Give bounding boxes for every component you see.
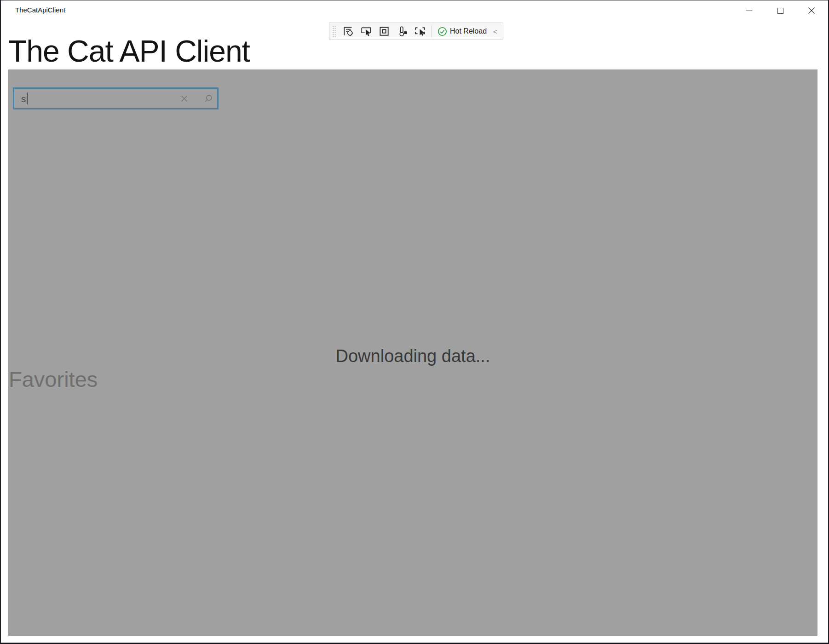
- minimize-button[interactable]: [733, 0, 765, 21]
- scan-selection-icon: [414, 25, 426, 37]
- layout-adorners-icon: [378, 25, 390, 37]
- window-controls: [733, 0, 827, 21]
- track-focused-element-button[interactable]: [396, 25, 408, 38]
- maximize-button[interactable]: [765, 0, 796, 21]
- search-submit-button[interactable]: [200, 89, 216, 108]
- magnifier-icon: [204, 94, 213, 103]
- hot-reload-label: Hot Reload: [450, 27, 487, 35]
- select-element-icon: [360, 25, 372, 37]
- toolbar-collapse-button[interactable]: <: [492, 28, 498, 35]
- status-text: Downloading data...: [8, 346, 817, 366]
- scan-selection-button[interactable]: [414, 25, 426, 38]
- hot-reload-button[interactable]: Hot Reload: [438, 27, 487, 36]
- minimize-icon: [746, 7, 753, 14]
- hot-reload-check-icon: [438, 27, 447, 36]
- toolbar-separator: [432, 25, 432, 37]
- track-focused-element-icon: [396, 25, 408, 37]
- x-icon: [180, 95, 188, 103]
- favorites-heading: Favorites: [9, 368, 98, 391]
- app-window: TheCatApiClient: [0, 0, 829, 644]
- search-input[interactable]: s: [13, 87, 219, 109]
- close-icon: [808, 7, 815, 14]
- live-visual-tree-icon: [342, 25, 354, 37]
- toolbar-drag-grip-icon[interactable]: [332, 25, 336, 38]
- search-clear-button[interactable]: [176, 89, 192, 108]
- maximize-icon: [777, 7, 784, 14]
- close-button[interactable]: [796, 0, 827, 21]
- debug-toolbar: Hot Reload <: [329, 23, 503, 40]
- search-input-value: s: [21, 94, 26, 104]
- page-title: The Cat API Client: [8, 35, 250, 67]
- go-to-live-visual-tree-button[interactable]: [342, 25, 354, 38]
- text-caret: [27, 92, 28, 104]
- select-element-button[interactable]: [360, 25, 372, 38]
- display-layout-adorners-button[interactable]: [378, 25, 390, 38]
- titlebar[interactable]: TheCatApiClient: [1, 0, 828, 21]
- window-title: TheCatApiClient: [15, 6, 65, 14]
- loading-overlay: s Downloading data... Favorites: [8, 69, 817, 636]
